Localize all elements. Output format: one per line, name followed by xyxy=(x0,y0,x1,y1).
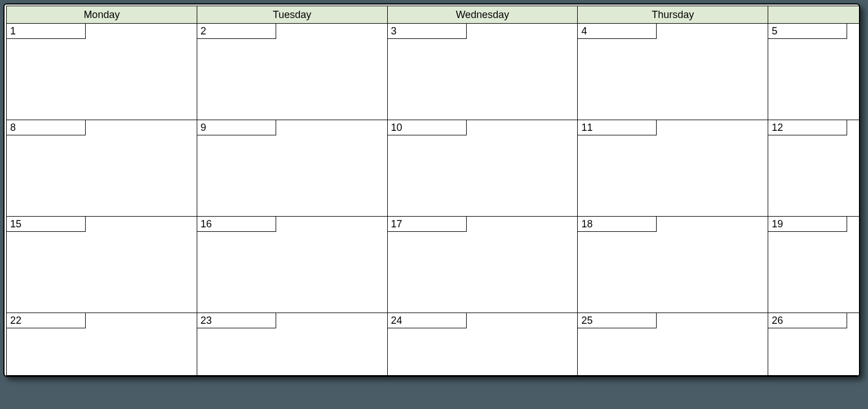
day-cell[interactable]: 15 xyxy=(7,217,197,313)
day-number: 18 xyxy=(578,217,657,232)
header-thursday[interactable]: Thursday xyxy=(578,6,768,24)
day-cell[interactable]: 24 xyxy=(387,313,578,376)
header-friday[interactable]: F xyxy=(768,6,860,24)
day-number: 15 xyxy=(7,217,86,232)
day-number: 2 xyxy=(197,24,276,39)
day-cell[interactable]: 16 xyxy=(197,217,387,313)
header-wednesday[interactable]: Wednesday xyxy=(387,6,578,24)
day-number: 19 xyxy=(768,217,847,232)
day-number: 1 xyxy=(7,24,86,39)
day-cell[interactable]: 5 xyxy=(768,24,860,120)
calendar-sheet: Monday Tuesday Wednesday Thursday F 1 2 … xyxy=(3,3,860,377)
day-cell[interactable]: 4 xyxy=(578,24,768,120)
day-number: 23 xyxy=(197,313,276,328)
calendar-row: 8 9 10 11 12 xyxy=(7,120,861,217)
day-cell[interactable]: 10 xyxy=(387,120,578,217)
day-number: 24 xyxy=(388,313,467,328)
day-number: 12 xyxy=(768,120,847,135)
day-cell[interactable]: 2 xyxy=(197,24,387,120)
day-number: 25 xyxy=(578,313,657,328)
day-cell[interactable]: 19 xyxy=(768,217,860,313)
day-number: 26 xyxy=(768,313,847,328)
calendar-row: 22 23 24 25 26 xyxy=(7,313,861,376)
day-cell[interactable]: 1 xyxy=(7,24,197,120)
calendar-header-row: Monday Tuesday Wednesday Thursday F xyxy=(7,6,861,24)
day-cell[interactable]: 8 xyxy=(7,120,197,217)
day-number: 16 xyxy=(197,217,276,232)
day-number: 10 xyxy=(388,120,467,135)
day-cell[interactable]: 18 xyxy=(578,217,768,313)
calendar-row: 15 16 17 18 19 xyxy=(7,217,861,313)
day-number: 5 xyxy=(768,24,847,39)
day-number: 22 xyxy=(7,313,86,328)
day-cell[interactable]: 11 xyxy=(578,120,768,217)
header-monday[interactable]: Monday xyxy=(7,6,197,24)
day-cell[interactable]: 9 xyxy=(197,120,387,217)
day-cell[interactable]: 3 xyxy=(387,24,578,120)
calendar-table: Monday Tuesday Wednesday Thursday F 1 2 … xyxy=(6,6,860,376)
day-number: 17 xyxy=(388,217,467,232)
header-tuesday[interactable]: Tuesday xyxy=(197,6,387,24)
day-number: 4 xyxy=(578,24,657,39)
day-cell[interactable]: 17 xyxy=(387,217,578,313)
day-number: 11 xyxy=(578,120,657,135)
day-number: 8 xyxy=(7,120,86,135)
day-cell[interactable]: 23 xyxy=(197,313,387,376)
calendar-row: 1 2 3 4 5 xyxy=(7,24,861,120)
day-number: 3 xyxy=(388,24,467,39)
day-cell[interactable]: 26 xyxy=(768,313,860,376)
day-number: 9 xyxy=(197,120,276,135)
day-cell[interactable]: 25 xyxy=(578,313,768,376)
day-cell[interactable]: 22 xyxy=(7,313,197,376)
day-cell[interactable]: 12 xyxy=(768,120,860,217)
